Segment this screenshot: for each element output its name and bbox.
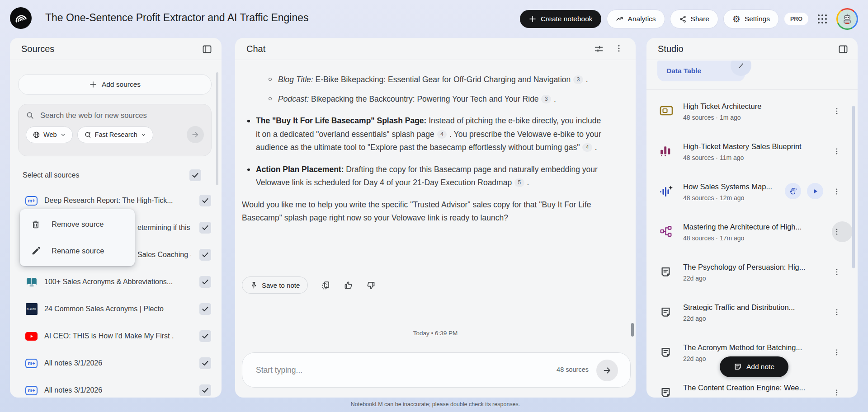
kebab-menu-icon[interactable] bbox=[831, 307, 842, 318]
notebook-title[interactable]: The One-Sentence Profit Extractor and AI… bbox=[45, 12, 309, 24]
search-input[interactable]: Search the web for new sources bbox=[40, 111, 147, 120]
kebab-menu-icon[interactable] bbox=[831, 146, 842, 157]
bullet-dot bbox=[247, 120, 250, 122]
studio-item[interactable]: Mastering the Architecture of High... 48… bbox=[646, 216, 858, 257]
source-checkbox[interactable] bbox=[199, 330, 211, 342]
citation-badge[interactable]: 4 bbox=[582, 143, 592, 152]
analytics-button[interactable]: Analytics bbox=[607, 10, 665, 28]
source-checkbox[interactable] bbox=[199, 303, 211, 315]
source-checkbox[interactable] bbox=[199, 222, 211, 234]
chat-input-box: 48 sources bbox=[242, 352, 631, 388]
source-row[interactable]: PLECTO 24 Common Sales Acronyms | Plecto bbox=[10, 295, 222, 323]
list-item: Action Plan Placement: Drafting the copy… bbox=[242, 163, 604, 190]
date-divider: Today • 6:39 PM bbox=[235, 330, 636, 337]
citation-badge[interactable]: 5 bbox=[514, 178, 524, 187]
plus-icon bbox=[528, 15, 537, 23]
studio-item[interactable]: How Sales Systems Map... 48 sources · 12… bbox=[646, 176, 858, 216]
research-mode-dropdown[interactable]: Fast Research bbox=[77, 126, 153, 143]
source-row[interactable]: m+ All notes 3/1/2026 bbox=[10, 350, 222, 377]
source-checkbox[interactable] bbox=[199, 357, 211, 369]
kebab-menu-icon[interactable] bbox=[831, 106, 842, 117]
play-button[interactable] bbox=[807, 183, 823, 199]
web-search-box: Search the web for new sources Web bbox=[18, 104, 212, 156]
source-title: All notes 3/1/2026 bbox=[44, 386, 102, 394]
chat-input[interactable] bbox=[256, 353, 473, 387]
pin-icon bbox=[250, 281, 258, 289]
globe-icon bbox=[33, 131, 40, 139]
gear-icon: ⚙ bbox=[732, 14, 741, 23]
source-checkbox[interactable] bbox=[199, 276, 211, 288]
plecto-favicon: PLECTO bbox=[26, 303, 38, 315]
save-to-note-button[interactable]: Save to note bbox=[242, 276, 308, 294]
source-checkbox[interactable] bbox=[199, 249, 211, 261]
studio-list: High Ticket Architecture 48 sources · 1m… bbox=[646, 96, 858, 398]
thumbs-down-icon[interactable] bbox=[366, 281, 376, 290]
source-checkbox[interactable] bbox=[199, 195, 211, 206]
studio-scrollbar[interactable] bbox=[852, 106, 855, 268]
collapse-panel-icon[interactable] bbox=[838, 44, 849, 56]
assistant-message: Blog Title: E-Bike Bikepacking: Essentia… bbox=[242, 73, 604, 225]
source-row[interactable]: m+ All notes 3/1/2026 bbox=[10, 377, 222, 404]
rename-source-menu-item[interactable]: Rename source bbox=[20, 238, 135, 264]
create-notebook-button[interactable]: Create notebook bbox=[520, 10, 601, 28]
search-submit-button[interactable] bbox=[187, 126, 204, 143]
collapse-panel-icon[interactable] bbox=[202, 44, 212, 56]
book-icon bbox=[25, 277, 38, 287]
web-filter-dropdown[interactable]: Web bbox=[26, 126, 73, 143]
kebab-menu-icon[interactable] bbox=[831, 387, 842, 398]
source-checkbox[interactable] bbox=[199, 384, 211, 396]
divider bbox=[646, 89, 858, 90]
chat-panel: Chat Blog Title: E-Bike Bikepacking: Ess… bbox=[235, 38, 636, 398]
mindmap-icon bbox=[660, 225, 672, 239]
message-actions: Save to note bbox=[242, 276, 376, 294]
bar-chart-icon bbox=[660, 145, 671, 159]
chat-scrollbar[interactable] bbox=[631, 323, 634, 337]
kebab-menu-icon[interactable] bbox=[614, 44, 623, 55]
thumbs-up-icon[interactable] bbox=[344, 281, 353, 290]
source-title: etermining if this r... bbox=[137, 224, 191, 232]
citation-badge[interactable]: 4 bbox=[437, 130, 447, 139]
chevron-down-icon bbox=[141, 132, 146, 138]
add-sources-button[interactable]: Add sources bbox=[18, 74, 212, 95]
hollow-bullet bbox=[269, 78, 272, 81]
remove-source-menu-item[interactable]: Remove source bbox=[20, 211, 135, 238]
studio-item[interactable]: Strategic Traffic and Distribution... 22… bbox=[646, 297, 858, 337]
closing-question: Would you like me to help you write the … bbox=[242, 198, 604, 225]
account-avatar[interactable] bbox=[836, 8, 858, 30]
studio-item[interactable]: The Content Creation Engine: Wee... bbox=[646, 377, 858, 398]
kebab-menu-icon[interactable] bbox=[831, 186, 842, 197]
flashcards-icon bbox=[660, 105, 673, 118]
select-all-label: Select all sources bbox=[23, 171, 79, 179]
add-note-button[interactable]: Add note bbox=[720, 356, 788, 377]
citation-badge[interactable]: 3 bbox=[541, 95, 551, 103]
select-all-checkbox[interactable] bbox=[189, 169, 201, 181]
studio-panel: Studio Data Table High Ticket Architectu… bbox=[646, 38, 858, 398]
studio-item[interactable]: High-Ticket Mastery Sales Blueprint 48 s… bbox=[646, 136, 858, 176]
search-icon bbox=[26, 111, 34, 120]
copy-icon[interactable] bbox=[321, 281, 330, 290]
note-icon: m+ bbox=[25, 359, 38, 368]
citation-badge[interactable]: 3 bbox=[573, 75, 583, 84]
share-button[interactable]: Share bbox=[670, 10, 718, 28]
studio-item[interactable]: High Ticket Architecture 48 sources · 1m… bbox=[646, 96, 858, 136]
source-row[interactable]: AI CEO: THIS is How I'd Make My First ..… bbox=[10, 323, 222, 350]
bullet-dot bbox=[247, 169, 250, 171]
report-icon bbox=[660, 266, 672, 280]
note-icon: m+ bbox=[25, 196, 38, 206]
notebooklm-logo-icon[interactable] bbox=[10, 7, 32, 29]
data-table-card: Data Table bbox=[646, 61, 858, 81]
kebab-menu-icon[interactable] bbox=[831, 267, 842, 277]
kebab-menu-icon[interactable] bbox=[831, 226, 842, 237]
share-icon bbox=[679, 15, 687, 23]
settings-button[interactable]: ⚙ Settings bbox=[724, 10, 778, 28]
report-icon bbox=[660, 386, 672, 398]
interactive-mode-button[interactable] bbox=[785, 183, 801, 199]
tune-icon[interactable] bbox=[594, 44, 604, 56]
send-button[interactable] bbox=[596, 360, 618, 381]
apps-grid-icon[interactable] bbox=[818, 14, 827, 23]
sources-scrollbar[interactable] bbox=[216, 72, 218, 185]
kebab-menu-icon[interactable] bbox=[831, 347, 842, 358]
studio-item[interactable]: The Psychology of Persuasion: Hig... 22d… bbox=[646, 257, 858, 297]
source-row[interactable]: 100+ Sales Acronyms & Abbreviations... bbox=[10, 268, 222, 295]
chat-panel-header: Chat bbox=[235, 38, 636, 60]
